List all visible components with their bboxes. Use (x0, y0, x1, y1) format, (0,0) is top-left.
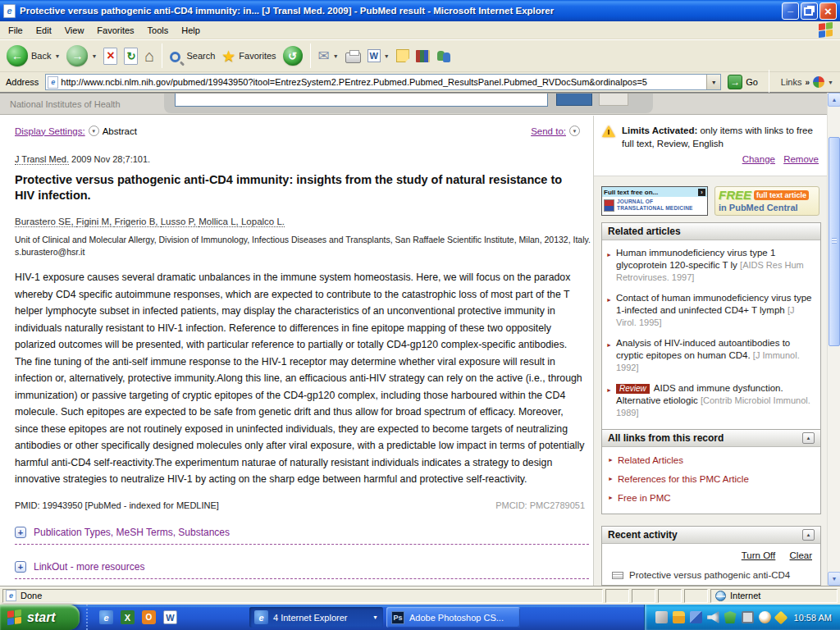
close-button[interactable] (819, 2, 837, 20)
author-link[interactable]: Mollica L (199, 217, 241, 227)
pubmed-clear-button[interactable] (599, 93, 628, 106)
print-button[interactable] (342, 48, 364, 65)
history-button[interactable] (280, 44, 306, 67)
recent-activity-item[interactable]: Protective versus pathogenic anti-CD4 (602, 560, 820, 580)
volume-icon[interactable] (707, 611, 719, 623)
display-settings-link[interactable]: Display Settings: (15, 126, 85, 136)
scroll-down-button[interactable] (828, 572, 840, 586)
start-button[interactable]: start (0, 605, 80, 630)
send-to-dropdown-icon[interactable] (569, 126, 580, 136)
linkout-section[interactable]: LinkOut - more resources (15, 561, 589, 579)
addon-pinwheel-icon[interactable] (813, 76, 824, 88)
photoshop-taskbar-button[interactable]: Adobe Photoshop CS... (386, 607, 520, 628)
forward-dropdown-icon[interactable]: ▼ (91, 53, 97, 59)
quicklaunch-word-icon[interactable] (163, 610, 177, 624)
journal-fulltext-banner[interactable]: Full text free on... JOURNAL OF TRANSLAT… (601, 186, 708, 216)
scrollbar-thumb[interactable] (829, 137, 840, 346)
display-icon[interactable] (742, 611, 754, 623)
address-input[interactable]: http://www.ncbi.nlm.nih.gov/pubmed/19943… (45, 74, 721, 90)
recent-item-text[interactable]: Protective versus pathogenic anti-CD4 (629, 570, 790, 580)
refresh-button[interactable] (121, 46, 141, 66)
forward-icon (66, 45, 88, 66)
go-button[interactable]: Go (725, 75, 760, 89)
taskbar-clock[interactable]: 10:58 AM (794, 613, 832, 623)
research-button[interactable] (413, 48, 433, 64)
scroll-up-button[interactable] (828, 93, 840, 107)
clear-link[interactable]: Clear (790, 550, 812, 560)
mail-dropdown-icon[interactable]: ▼ (333, 53, 339, 59)
limits-label: Limits Activated: (622, 126, 697, 135)
expand-plus-icon[interactable] (15, 561, 26, 573)
menu-view[interactable]: View (58, 23, 91, 38)
author-link[interactable]: Lopalco L (241, 217, 285, 227)
author-link[interactable]: Burastero SE (15, 217, 76, 227)
quicklaunch-outlook-icon[interactable] (142, 610, 156, 624)
back-button[interactable]: Back ▼ (3, 43, 63, 68)
network-icon[interactable] (690, 611, 702, 623)
home-button[interactable] (141, 45, 158, 67)
display-settings-dropdown-icon[interactable] (89, 126, 99, 136)
quicklaunch-ie-icon[interactable] (99, 610, 113, 624)
stop-button[interactable] (100, 46, 121, 66)
group-dropdown-icon[interactable]: ▼ (372, 614, 378, 620)
jtm-banner-header: Full text free on... (604, 189, 658, 196)
change-limits-link[interactable]: Change (742, 154, 775, 164)
security-shield-icon[interactable] (724, 611, 737, 623)
search-button[interactable]: Search (167, 48, 218, 64)
related-articles-link[interactable]: Related Articles (605, 450, 817, 469)
back-dropdown-icon[interactable]: ▼ (54, 53, 60, 59)
restore-button[interactable] (801, 2, 818, 20)
author-link[interactable]: Lusso P (161, 217, 199, 227)
remove-limits-link[interactable]: Remove (783, 154, 819, 164)
menu-help[interactable]: Help (175, 23, 207, 38)
quicklaunch-excel-icon[interactable] (121, 610, 135, 624)
pubmed-search-input[interactable] (175, 93, 548, 107)
collapse-icon[interactable] (802, 529, 815, 541)
free-in-pmc-link[interactable]: Free in PMC (605, 488, 817, 507)
related-article-item[interactable]: Human immunodeficiency virus type 1 glyc… (605, 243, 817, 288)
journal-abbrev-link[interactable]: J Transl Med. (15, 154, 69, 165)
discuss-button[interactable] (393, 48, 413, 64)
expand-plus-icon[interactable] (15, 527, 26, 538)
linkout-label[interactable]: LinkOut - more resources (34, 561, 144, 573)
collapse-icon[interactable] (802, 432, 815, 444)
links-toolbar[interactable]: Links » ▼ (778, 76, 837, 88)
updates-icon[interactable] (774, 610, 788, 624)
send-to-link[interactable]: Send to: (531, 126, 566, 136)
safely-remove-icon[interactable] (655, 611, 668, 623)
messenger-button[interactable] (433, 48, 454, 64)
forward-button[interactable]: ▼ (63, 43, 100, 68)
menu-favorites[interactable]: Favorites (90, 23, 140, 38)
menu-file[interactable]: File (2, 23, 30, 38)
turn-off-link[interactable]: Turn Off (742, 550, 776, 560)
messenger-tray-icon[interactable] (759, 611, 771, 623)
edit-dropdown-icon[interactable]: ▼ (384, 53, 390, 59)
ie-group-taskbar-button[interactable]: 4 Internet Explorer ▼ (249, 607, 383, 628)
pmc-free-banner[interactable]: FREE full text article in PubMed Central (714, 186, 819, 216)
links-chevron-icon[interactable]: » (806, 78, 810, 87)
related-article-link[interactable]: Contact of human immunodeficiency virus … (616, 293, 811, 315)
addon-dropdown-icon[interactable]: ▼ (828, 80, 833, 85)
vertical-scrollbar[interactable] (827, 93, 840, 586)
favorites-button[interactable]: Favorites (218, 45, 279, 67)
address-bar: Address http://www.ncbi.nlm.nih.gov/pubm… (0, 72, 840, 93)
mail-button[interactable]: ▼ (315, 46, 342, 66)
menu-tools[interactable]: Tools (141, 23, 176, 38)
related-article-item[interactable]: Contact of human immunodeficiency virus … (605, 288, 817, 333)
related-article-item[interactable]: Analysis of HIV-induced autoantibodies t… (605, 333, 817, 378)
folder-tray-icon[interactable] (673, 611, 685, 623)
author-link[interactable]: Frigerio B (114, 217, 160, 227)
menu-edit[interactable]: Edit (30, 23, 58, 38)
references-pmc-link[interactable]: References for this PMC Article (605, 469, 817, 488)
pubmed-search-button[interactable] (556, 93, 592, 106)
mesh-terms-label[interactable]: Publication Types, MeSH Terms, Substance… (34, 527, 230, 538)
jtm-arrow-icon (698, 189, 705, 196)
edit-with-word-button[interactable]: ▼ (364, 48, 393, 64)
minimize-button[interactable] (782, 2, 799, 20)
mesh-terms-section[interactable]: Publication Types, MeSH Terms, Substance… (15, 527, 589, 545)
author-link[interactable]: Figini M (76, 217, 115, 227)
page-favicon (48, 76, 58, 89)
photoshop-label: Adobe Photoshop CS... (409, 613, 504, 623)
related-article-item[interactable]: ReviewAIDS and immune dysfunction. Alter… (605, 378, 817, 423)
address-dropdown-icon[interactable]: ▼ (706, 75, 720, 89)
